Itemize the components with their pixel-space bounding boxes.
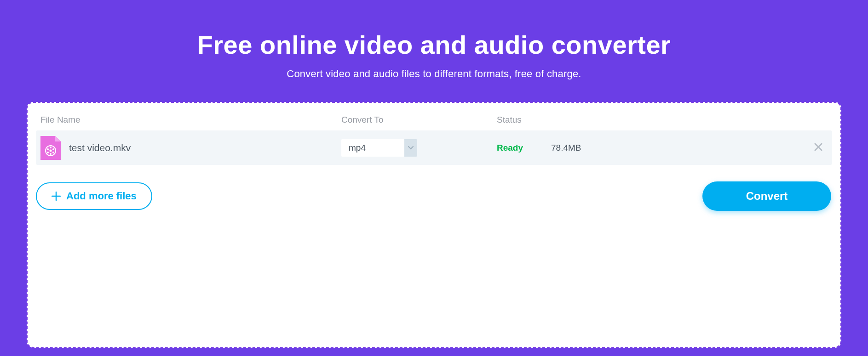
convert-to-value: mp4 [341,143,404,153]
chevron-down-icon [404,139,417,157]
table-header: File Name Convert To Status [36,114,832,130]
header-filename: File Name [40,115,341,125]
page-subtitle: Convert video and audio files to differe… [0,68,868,80]
converter-panel: File Name Convert To Status [27,102,841,348]
table-row: test video.mkv mp4 Ready 78.4MB [36,130,832,165]
svg-point-4 [52,152,54,153]
file-status: Ready [497,143,551,153]
svg-point-2 [50,147,52,148]
svg-point-6 [47,152,49,153]
svg-point-5 [50,153,52,155]
page-title: Free online video and audio converter [0,0,868,60]
header-status: Status [497,115,551,125]
plus-icon [52,192,61,201]
add-more-files-button[interactable]: Add more files [36,182,152,210]
remove-file-button[interactable] [814,142,823,152]
actions-row: Add more files Convert [36,181,832,211]
header-convert-to: Convert To [341,115,497,125]
svg-point-7 [47,148,49,150]
file-name: test video.mkv [69,142,131,153]
svg-point-1 [50,149,52,152]
convert-button-label: Convert [746,190,788,203]
file-size: 78.4MB [551,143,659,153]
convert-button[interactable]: Convert [702,181,831,211]
video-file-icon [40,136,61,160]
svg-point-3 [52,148,54,150]
convert-to-select[interactable]: mp4 [341,139,417,157]
add-more-files-label: Add more files [66,190,137,202]
